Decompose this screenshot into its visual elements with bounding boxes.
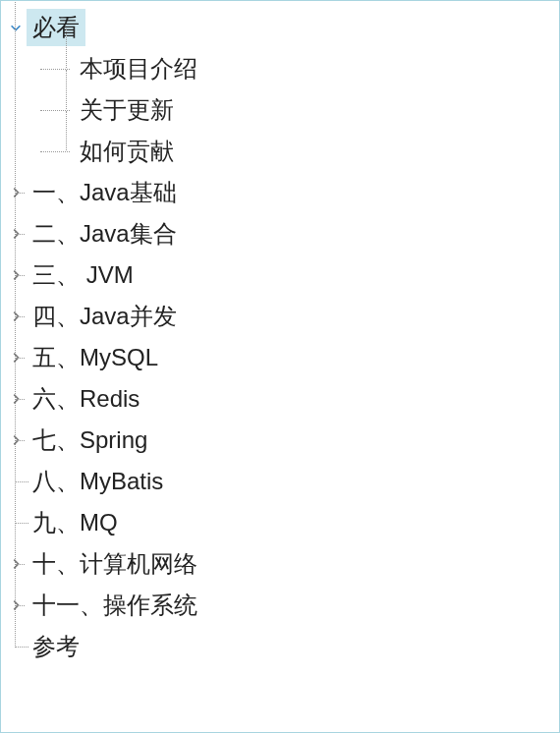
- outline-tree: 必看 本项目介绍 关于更新 如何贡献: [5, 7, 555, 667]
- tree-item-section[interactable]: 八、MyBatis: [5, 461, 555, 502]
- tree-item-section[interactable]: 九、MQ: [5, 502, 555, 543]
- tree-label-root[interactable]: 必看: [27, 9, 85, 46]
- tree-label-section[interactable]: 参考: [27, 628, 85, 665]
- tree-item-section[interactable]: 二、Java集合: [5, 213, 555, 254]
- tree-label-section[interactable]: 十一、操作系统: [27, 587, 203, 624]
- tree-label-section[interactable]: 七、Spring: [27, 422, 153, 459]
- tree-children-root: 本项目介绍 关于更新 如何贡献: [5, 48, 555, 172]
- tree-item-section[interactable]: 参考: [5, 626, 555, 667]
- tree-label-section[interactable]: 三、 JVM: [27, 256, 140, 294]
- tree-item-section[interactable]: 十、计算机网络: [5, 543, 555, 585]
- tree-item-section[interactable]: 四、Java并发: [5, 296, 555, 337]
- tree-item-root[interactable]: 必看: [5, 7, 555, 48]
- tree-label-section[interactable]: 二、Java集合: [27, 215, 183, 253]
- tree-label-section[interactable]: 一、Java基础: [27, 174, 183, 211]
- tree-item-child-1[interactable]: 关于更新: [30, 89, 555, 131]
- tree-label-section[interactable]: 六、Redis: [27, 380, 145, 418]
- tree-item-section[interactable]: 三、 JVM: [5, 254, 555, 296]
- tree-label-section[interactable]: 八、MyBatis: [27, 463, 169, 500]
- tree-label-child[interactable]: 关于更新: [74, 91, 180, 129]
- tree-item-section[interactable]: 十一、操作系统: [5, 585, 555, 626]
- tree-item-section[interactable]: 一、Java基础: [5, 172, 555, 213]
- tree-label-section[interactable]: 五、MySQL: [27, 339, 164, 376]
- tree-label-section[interactable]: 十、计算机网络: [27, 545, 203, 583]
- tree-item-section[interactable]: 七、Spring: [5, 420, 555, 461]
- tree-item-child-2[interactable]: 如何贡献: [30, 131, 555, 172]
- tree-item-child-0[interactable]: 本项目介绍: [30, 48, 555, 89]
- tree-label-child[interactable]: 如何贡献: [74, 133, 180, 170]
- tree-sections: 一、Java基础 二、Java集合 三、 JVM 四、Java并发: [5, 172, 555, 667]
- tree-item-section[interactable]: 六、Redis: [5, 378, 555, 420]
- tree-item-section[interactable]: 五、MySQL: [5, 337, 555, 378]
- tree-label-child[interactable]: 本项目介绍: [74, 50, 203, 87]
- tree-label-section[interactable]: 九、MQ: [27, 504, 124, 541]
- chevron-down-icon[interactable]: [5, 17, 27, 38]
- tree-label-section[interactable]: 四、Java并发: [27, 298, 183, 335]
